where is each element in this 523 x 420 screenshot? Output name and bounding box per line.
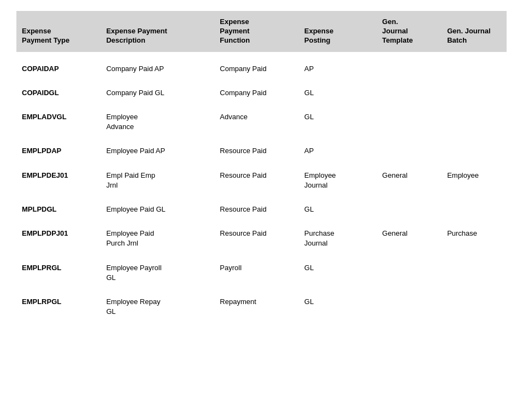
cell-template [377,258,442,288]
cell-func: Company Paid [214,59,298,79]
cell-type: COPAIDGL [16,83,101,103]
table-row: EMPLADVGLEmployeeAdvanceAdvanceGL [16,107,507,137]
header-row: ExpensePayment Type Expense PaymentDescr… [16,11,507,52]
header-type: ExpensePayment Type [16,11,101,52]
cell-batch [442,59,507,79]
cell-posting: AP [299,59,377,79]
cell-posting: GL [299,258,377,288]
cell-batch [442,258,507,288]
cell-template: General [377,223,442,254]
cell-func: Company Paid [214,83,298,103]
cell-template [377,107,442,137]
cell-desc: Empl Paid EmpJrnl [101,165,214,196]
cell-posting: GL [299,83,377,103]
expense-payment-table: ExpensePayment Type Expense PaymentDescr… [16,11,507,322]
cell-desc: Employee RepayGL [101,291,214,322]
cell-type: EMPLADVGL [16,107,101,137]
cell-posting: GL [299,199,377,220]
table-row: EMPLRPGLEmployee RepayGLRepaymentGL [16,291,507,322]
cell-func: Repayment [214,291,298,322]
cell-type: EMPLRPGL [16,291,101,322]
cell-batch [442,107,507,137]
cell-desc: EmployeeAdvance [101,107,214,137]
cell-batch: Employee [442,165,507,196]
header-template: Gen.JournalTemplate [377,11,442,52]
spacer-row [16,52,507,59]
table-row: EMPLPDPJ01Employee PaidPurch JrnlResourc… [16,223,507,254]
cell-template [377,291,442,322]
cell-template: General [377,165,442,196]
cell-desc: Employee PaidPurch Jrnl [101,223,214,254]
cell-posting: GL [299,107,377,137]
table-container: ExpensePayment Type Expense PaymentDescr… [0,0,523,333]
cell-batch: Purchase [442,223,507,254]
cell-type: MPLPDGL [16,199,101,220]
cell-desc: Company Paid GL [101,83,214,103]
cell-template [377,59,442,79]
cell-posting: AP [299,141,377,161]
table-row: COPAIDAPCompany Paid APCompany PaidAP [16,59,507,79]
cell-batch [442,83,507,103]
cell-posting: PurchaseJournal [299,223,377,254]
cell-posting: GL [299,291,377,322]
cell-func: Resource Paid [214,199,298,220]
cell-func: Advance [214,107,298,137]
cell-type: EMPLPDEJ01 [16,165,101,196]
cell-batch [442,291,507,322]
table-row: MPLPDGLEmployee Paid GLResource PaidGL [16,199,507,220]
cell-batch [442,141,507,161]
header-desc: Expense PaymentDescription [101,11,214,52]
table-row: EMPLPDEJ01Empl Paid EmpJrnlResource Paid… [16,165,507,196]
cell-desc: Employee Paid GL [101,199,214,220]
cell-template [377,83,442,103]
cell-type: EMPLPRGL [16,258,101,288]
cell-batch [442,199,507,220]
header-batch: Gen. JournalBatch [442,11,507,52]
cell-func: Payroll [214,258,298,288]
cell-type: EMPLPDPJ01 [16,223,101,254]
cell-type: COPAIDAP [16,59,101,79]
table-row: EMPLPDAPEmployee Paid APResource PaidAP [16,141,507,161]
cell-template [377,199,442,220]
cell-func: Resource Paid [214,165,298,196]
header-posting: ExpensePosting [299,11,377,52]
cell-desc: Employee PayrollGL [101,258,214,288]
cell-func: Resource Paid [214,141,298,161]
cell-desc: Employee Paid AP [101,141,214,161]
cell-posting: EmployeeJournal [299,165,377,196]
cell-func: Resource Paid [214,223,298,254]
cell-desc: Company Paid AP [101,59,214,79]
header-func: ExpensePaymentFunction [214,11,298,52]
table-row: COPAIDGLCompany Paid GLCompany PaidGL [16,83,507,103]
cell-template [377,141,442,161]
cell-type: EMPLPDAP [16,141,101,161]
table-row: EMPLPRGLEmployee PayrollGLPayrollGL [16,258,507,288]
